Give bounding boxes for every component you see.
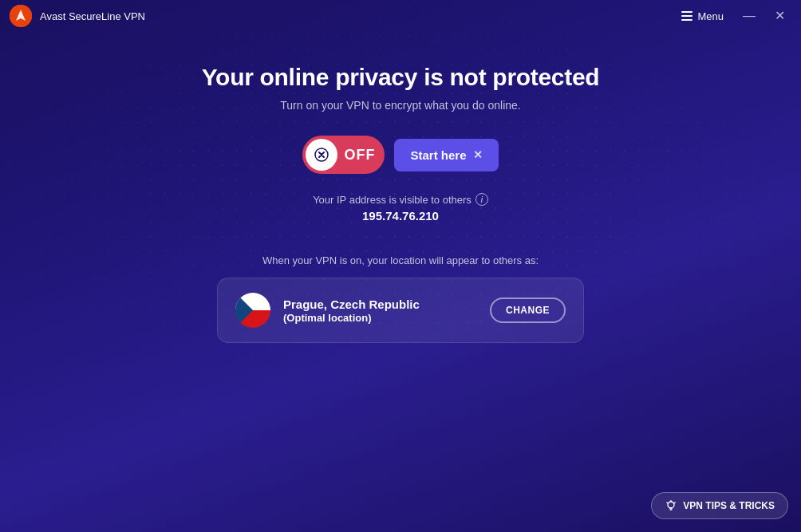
ip-visible-row: Your IP address is visible to others i — [313, 193, 488, 206]
titlebar: Avast SecureLine VPN Menu — ✕ — [0, 0, 801, 32]
start-here-close-icon: ✕ — [473, 148, 483, 161]
vpn-tips-button[interactable]: VPN TIPS & TRICKS — [651, 492, 788, 519]
titlebar-right: Menu — ✕ — [675, 6, 791, 26]
location-info: Prague, Czech Republic (Optimal location… — [283, 297, 477, 325]
location-sub: (Optimal location) — [283, 312, 477, 324]
hamburger-icon — [681, 11, 692, 21]
change-location-button[interactable]: CHANGE — [490, 298, 566, 323]
location-section: When your VPN is on, your location will … — [217, 254, 584, 343]
ip-address: 195.74.76.210 — [313, 209, 488, 223]
country-flag — [235, 293, 270, 328]
menu-label: Menu — [697, 10, 724, 22]
headline: Your online privacy is not protected — [202, 64, 600, 91]
titlebar-left: Avast SecureLine VPN — [10, 5, 145, 27]
ip-visible-text: Your IP address is visible to others — [313, 194, 472, 206]
svg-point-2 — [668, 502, 674, 508]
menu-button[interactable]: Menu — [675, 7, 730, 26]
minimize-button[interactable]: — — [736, 6, 762, 26]
subtitle: Turn on your VPN to encrypt what you do … — [280, 99, 520, 112]
flag-triangle — [235, 293, 253, 328]
info-icon[interactable]: i — [475, 193, 488, 206]
close-button[interactable]: ✕ — [768, 6, 791, 26]
toggle-x-circle — [306, 139, 337, 171]
app-logo — [10, 5, 32, 27]
location-desc: When your VPN is on, your location will … — [217, 254, 584, 266]
bulb-icon — [665, 499, 677, 512]
ip-section: Your IP address is visible to others i 1… — [313, 193, 488, 223]
location-name: Prague, Czech Republic — [283, 297, 477, 313]
toggle-row: OFF Start here ✕ — [302, 136, 498, 174]
start-here-button[interactable]: Start here ✕ — [394, 139, 498, 171]
location-card: Prague, Czech Republic (Optimal location… — [217, 278, 584, 343]
toggle-label: OFF — [344, 147, 375, 164]
vpn-tips-label: VPN TIPS & TRICKS — [683, 500, 775, 511]
main-content: Your online privacy is not protected Tur… — [0, 32, 801, 343]
app-title: Avast SecureLine VPN — [40, 10, 145, 22]
start-here-label: Start here — [410, 148, 466, 162]
vpn-toggle[interactable]: OFF — [302, 136, 385, 174]
